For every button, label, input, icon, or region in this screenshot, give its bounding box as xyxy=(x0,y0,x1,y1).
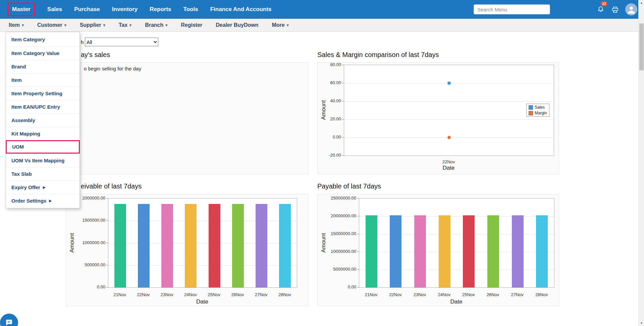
y-tick-mark xyxy=(357,269,359,270)
chevron-down-icon: ▾ xyxy=(129,23,131,28)
bar-25nov xyxy=(463,215,475,287)
scrollbar[interactable]: ▲ ▼ xyxy=(638,0,644,326)
begin-selling-message[interactable]: o begin selling for the day xyxy=(84,66,141,71)
sales-margin-chart-panel: AmountDate80.0060.0040.0020.000.00-20.00… xyxy=(317,62,559,174)
top-nav: MasterSalesPurchaseInventoryReportsTools… xyxy=(0,0,638,19)
y-tick-mark xyxy=(342,119,344,119)
x-tick-label: 23Nov xyxy=(408,292,432,297)
x-tick-labels: 21Nov22Nov23Nov24Nov25Nov26Nov27Nov28Nov xyxy=(359,292,554,297)
bars-container xyxy=(108,199,297,287)
menu-item-item-category-value[interactable]: Item Category Value xyxy=(6,46,79,60)
sub-nav-item-label: Tax xyxy=(119,22,127,28)
legend-swatch xyxy=(529,111,533,115)
y-tick-mark xyxy=(342,83,344,83)
sub-nav-item-branch[interactable]: Branch▾ xyxy=(145,22,167,28)
bar-27nov xyxy=(512,215,524,287)
menu-item-brand[interactable]: Brand xyxy=(6,60,79,73)
plot-area xyxy=(344,65,554,156)
y-tick-label: 500000.00 xyxy=(73,262,105,267)
top-nav-items: MasterSalesPurchaseInventoryReportsTools… xyxy=(7,0,272,19)
y-tick-label: 40.00 xyxy=(309,98,341,103)
chevron-down-icon: ▾ xyxy=(287,23,289,28)
menu-item-item[interactable]: Item xyxy=(6,73,79,87)
y-tick-label: 25000000.00 xyxy=(324,196,356,201)
scrollbar-thumb[interactable] xyxy=(639,23,644,70)
sub-nav-item-register[interactable]: Register xyxy=(181,22,202,28)
dashboard-filter-select[interactable]: All xyxy=(85,38,158,46)
top-nav-item-purchase[interactable]: Purchase xyxy=(74,6,100,13)
top-nav-item-tools[interactable]: Tools xyxy=(183,6,198,13)
sub-nav-item-supplier[interactable]: Supplier▾ xyxy=(80,22,105,28)
top-nav-item-reports[interactable]: Reports xyxy=(150,6,171,13)
submenu-arrow-icon: ▶ xyxy=(43,181,46,194)
top-nav-item-master[interactable]: Master xyxy=(7,3,35,16)
chevron-down-icon: ▾ xyxy=(103,23,105,28)
top-nav-item-sales[interactable]: Sales xyxy=(47,6,62,13)
bar-23nov xyxy=(161,204,173,287)
top-nav-item-inventory[interactable]: Inventory xyxy=(112,6,138,13)
sub-nav-item-label: Branch xyxy=(145,22,163,28)
bar-28nov xyxy=(536,215,548,287)
y-tick-mark xyxy=(342,137,344,138)
chat-launcher[interactable] xyxy=(0,314,18,326)
sales-margin-chart: AmountDate80.0060.0040.0020.000.00-20.00… xyxy=(318,63,559,174)
menu-item-item-property-setting[interactable]: Item Property Setting xyxy=(6,87,79,100)
menu-item-expiry-offer[interactable]: Expiry Offer▶ xyxy=(6,180,79,194)
sub-nav-item-label: Register xyxy=(181,22,202,28)
bar-22nov xyxy=(138,204,150,287)
bar-26nov xyxy=(232,204,244,287)
sub-nav-items: Item▾Customer▾Supplier▾Tax▾Branch▾Regist… xyxy=(9,19,289,32)
menu-item-label: Kit Mapping xyxy=(11,127,40,141)
bar-26nov xyxy=(487,215,499,287)
sub-nav-item-customer[interactable]: Customer▾ xyxy=(37,22,66,28)
payable-chart: AmountDate0.005000000.0010000000.0015000… xyxy=(318,194,559,306)
menu-item-label: Item Category Value xyxy=(11,47,59,60)
sub-nav: Item▾Customer▾Supplier▾Tax▾Branch▾Regist… xyxy=(0,19,638,32)
scroll-up-button[interactable]: ▲ xyxy=(639,0,644,6)
print-button[interactable] xyxy=(611,6,619,14)
x-tick-label: 25Nov xyxy=(202,292,226,297)
menu-item-kit-mapping[interactable]: Kit Mapping xyxy=(6,127,79,140)
sub-nav-item-more[interactable]: More▾ xyxy=(272,22,288,28)
bar-21nov xyxy=(366,215,377,287)
menu-item-label: Item Property Setting xyxy=(11,87,62,100)
user-avatar[interactable] xyxy=(625,3,637,15)
x-tick-labels: 21Nov22Nov23Nov24Nov25Nov26Nov27Nov28Nov xyxy=(108,292,297,297)
x-tick-label: 22Nov xyxy=(383,292,408,297)
y-tick-mark xyxy=(342,155,344,156)
x-tick-label: 27Nov xyxy=(505,292,530,297)
menu-item-uom-vs-item-mapping[interactable]: UOM Vs Item Mapping xyxy=(6,154,79,167)
x-tick-label: 28Nov xyxy=(273,292,297,297)
menu-item-uom[interactable]: UOM xyxy=(6,140,80,154)
menu-item-label: Expiry Offer xyxy=(11,181,40,194)
sub-nav-item-dealer-buydown[interactable]: Dealer BuyDown xyxy=(216,22,258,28)
search-menu-input[interactable] xyxy=(474,4,550,14)
menu-item-order-settings[interactable]: Order Settings▶ xyxy=(6,194,79,207)
x-tick-label: 26Nov xyxy=(226,292,249,297)
bar-27nov xyxy=(256,204,267,287)
y-tick-label: 1500000.00 xyxy=(73,218,105,223)
receivable-chart-panel: AmountDate0.00500000.001000000.001500000… xyxy=(66,194,308,306)
y-tick-mark xyxy=(357,234,359,234)
legend-label: Margin xyxy=(535,111,547,115)
notification-bell-button[interactable]: 22 xyxy=(597,5,605,14)
menu-item-tax-slab[interactable]: Tax Slab xyxy=(6,167,79,180)
sub-nav-item-label: Dealer BuyDown xyxy=(216,22,258,28)
scatter-point-sales xyxy=(447,82,451,85)
menu-item-item-ean-upc-entry[interactable]: Item EAN/UPC Entry xyxy=(6,100,79,113)
x-tick-label: 24Nov xyxy=(432,292,457,297)
top-nav-item-finance-and-accounts[interactable]: Finance And Accounts xyxy=(210,6,272,13)
scroll-down-button[interactable]: ▼ xyxy=(639,320,644,326)
user-icon xyxy=(627,5,636,15)
notification-badge: 22 xyxy=(600,1,608,6)
sub-nav-item-tax[interactable]: Tax▾ xyxy=(119,22,131,28)
y-tick-mark xyxy=(357,287,359,287)
chevron-down-icon: ▾ xyxy=(165,23,167,28)
menu-item-item-category[interactable]: Item Category xyxy=(6,33,79,46)
sub-nav-item-item[interactable]: Item▾ xyxy=(9,22,24,28)
y-tick-mark xyxy=(106,265,108,265)
menu-item-label: UOM Vs Item Mapping xyxy=(11,154,64,167)
menu-item-assembly[interactable]: Assembly xyxy=(6,113,79,127)
menu-item-label: Item xyxy=(11,73,22,87)
legend-label: Sales xyxy=(535,105,545,110)
